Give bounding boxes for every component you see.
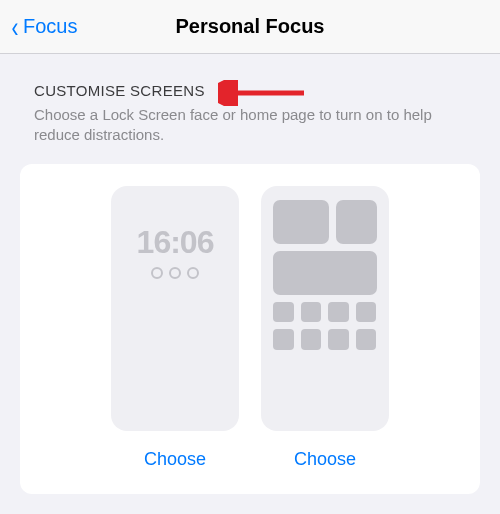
home-screen-preview[interactable]	[261, 186, 389, 431]
section-header: CUSTOMISE SCREENS	[20, 82, 480, 99]
choose-home-screen-button[interactable]: Choose	[294, 449, 356, 470]
lock-screen-time: 16:06	[137, 224, 214, 261]
chevron-left-icon: ‹	[12, 12, 19, 42]
home-screen-option: Choose	[261, 186, 389, 470]
page-title: Personal Focus	[176, 15, 325, 38]
section-subtitle: Choose a Lock Screen face or home page t…	[20, 105, 480, 146]
section-customise-screens: CUSTOMISE SCREENS Choose a Lock Screen f…	[0, 54, 500, 154]
lock-screen-widgets-icon	[151, 267, 199, 279]
back-button[interactable]: ‹ Focus	[0, 12, 83, 42]
lock-screen-preview[interactable]: 16:06	[111, 186, 239, 431]
home-screen-grid-icon	[261, 186, 389, 364]
back-button-label: Focus	[23, 15, 77, 38]
navigation-bar: ‹ Focus Personal Focus	[0, 0, 500, 54]
lock-screen-option: 16:06 Choose	[111, 186, 239, 470]
screens-row: 16:06 Choose	[38, 186, 462, 470]
choose-lock-screen-button[interactable]: Choose	[144, 449, 206, 470]
screens-card: 16:06 Choose	[20, 164, 480, 494]
